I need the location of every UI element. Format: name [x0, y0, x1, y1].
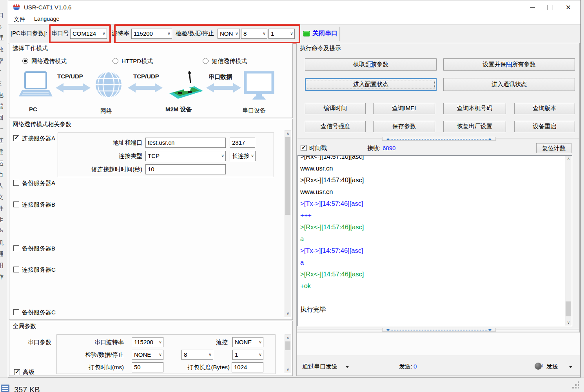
background-text-fragment: 生	[0, 216, 8, 228]
global-params-group: 全局参数 串口参数 串口波特率 115200∨ 流控 NONE∨ 检验/数据/停…	[9, 321, 293, 376]
log-line: www.usr.cn	[300, 162, 572, 174]
background-text-fragment: 端	[0, 103, 8, 114]
get-params-button[interactable]: 获取当前参数	[305, 58, 437, 71]
menu-file[interactable]: 文件	[14, 16, 25, 23]
send-via-serial-dropdown[interactable]: 通过串口发送	[302, 363, 337, 370]
scroll-down-icon[interactable]: ∨	[565, 319, 572, 326]
short-conn-timeout-input[interactable]: 10	[145, 164, 226, 174]
maximize-button[interactable]	[541, 0, 559, 15]
device-restart-button[interactable]: 设备重启	[514, 121, 575, 132]
save-params-button[interactable]: 保存参数	[373, 121, 435, 132]
log-scrollbar[interactable]: ∧ ∨	[565, 156, 572, 326]
scroll-up-icon[interactable]: ∧	[285, 131, 291, 137]
enter-comm-state-button[interactable]: 进入通讯状态	[443, 78, 575, 91]
background-text-fragment: T	[0, 69, 8, 80]
global-pds-label: 检验/数据/停止	[59, 351, 124, 359]
node-network-label: 网络	[100, 107, 112, 115]
network-globe-icon	[96, 72, 122, 98]
scroll-down-icon[interactable]: ∨	[285, 367, 291, 373]
server-b-checkbox[interactable]: ✓	[13, 201, 19, 207]
background-text-fragment: S	[0, 23, 8, 34]
server-a-checkbox[interactable]: ✓	[13, 135, 19, 141]
radio-httpd-mode[interactable]	[112, 58, 118, 64]
backup-server-a-checkbox[interactable]: ✓	[13, 180, 19, 186]
com-port-highlight	[49, 24, 111, 43]
backup-server-b-checkbox[interactable]: ✓	[13, 245, 19, 251]
server-a-label: 连接服务器A	[22, 135, 55, 142]
server-a-box: 地址和端口 test.usr.cn 2317 连接类型 TCP∨ 长连接∨ 短连…	[58, 132, 274, 177]
scrollbar-thumb[interactable]	[285, 137, 290, 215]
scroll-up-icon[interactable]: ∧	[565, 156, 572, 162]
global-parity-select[interactable]: NONE∨	[132, 350, 163, 360]
radio-sms-mode[interactable]	[203, 58, 209, 64]
query-phone-number-button[interactable]: 查询本机号码	[443, 103, 506, 114]
pc-icon	[19, 72, 53, 96]
menu-language[interactable]: Language	[34, 16, 60, 22]
background-text-fragment: 文	[0, 194, 8, 205]
global-baud-label: 串口波特率	[59, 339, 124, 346]
net-params-group: 网络透传模式相关参数 ✓ 连接服务器A 地址和端口 test.usr.cn 23…	[9, 119, 293, 320]
background-file-icon	[1, 385, 9, 392]
background-text-fragment: E	[0, 80, 8, 91]
timestamp-label: 时间戳	[309, 145, 327, 152]
scrollbar-thumb[interactable]	[285, 341, 290, 350]
pack-length-input[interactable]: 1024	[232, 362, 263, 372]
query-version-button[interactable]: 查询版本	[514, 103, 575, 114]
send-textarea[interactable]	[297, 332, 580, 356]
enter-config-state-button[interactable]: 进入配置状态	[305, 78, 437, 91]
server-a-port-input[interactable]: 2317	[230, 138, 255, 148]
background-text-fragment: 件	[0, 205, 8, 216]
close-port-button[interactable]: 关闭串口	[312, 29, 337, 38]
scroll-up-icon[interactable]: ∧	[285, 335, 291, 341]
log-splitter-top[interactable]	[297, 137, 579, 141]
window-title: USR-CAT1 V1.0.6	[24, 4, 71, 11]
backup-server-a-label: 备份服务器A	[22, 180, 55, 187]
set-save-params-button[interactable]: 设置并保存所有参数	[443, 58, 575, 71]
server-a-address-input[interactable]: test.usr.cn	[145, 138, 226, 148]
chevron-down-icon: ∨	[251, 153, 254, 158]
conn-type-select[interactable]: TCP∨	[145, 151, 226, 161]
chevron-down-icon[interactable]	[346, 366, 349, 368]
chevron-down-icon: ∨	[259, 352, 262, 357]
advanced-checkbox[interactable]: ✓	[14, 369, 20, 375]
arrow-icon	[206, 83, 241, 93]
factory-reset-button[interactable]: 恢复出厂设置	[443, 121, 506, 132]
background-text-fragment: 阳	[0, 262, 8, 273]
keep-alive-select[interactable]: 长连接∨	[230, 151, 256, 161]
reset-count-button[interactable]: 复位计数	[536, 143, 571, 153]
global-data-bits-select[interactable]: 8∨	[181, 350, 213, 360]
flow-control-select[interactable]: NONE∨	[232, 337, 263, 347]
background-text-fragment: 回	[0, 114, 8, 125]
log-lines: >[Rx<-][14:57:10][asc]www.usr.cn>[Rx<-][…	[298, 155, 572, 315]
arrow-icon	[128, 83, 163, 93]
node-pc-label: PC	[29, 106, 37, 113]
query-imei-button[interactable]: 查询IMEI	[373, 103, 435, 114]
server-c-checkbox[interactable]: ✓	[13, 267, 19, 272]
toolbar: [PC串口参数]: 串口号 COM124∨ 波特率 115200∨ 检验/数据/…	[8, 24, 580, 44]
net-params-scrollbar[interactable]: ∧ ∨	[285, 130, 291, 317]
global-stop-bits-select[interactable]: 1∨	[232, 350, 263, 360]
log-splitter-bottom[interactable]	[297, 328, 579, 332]
radio-httpd-label: HTTPD模式	[122, 58, 153, 65]
send-button[interactable]: 发送	[546, 363, 558, 370]
resize-grip-icon[interactable]	[569, 381, 579, 390]
global-params-scrollbar[interactable]: ∧ ∨	[285, 334, 291, 373]
log-line	[300, 292, 572, 303]
radio-net-transparent-mode[interactable]	[22, 58, 28, 64]
minimize-button[interactable]	[523, 0, 541, 15]
query-signal-button[interactable]: 查信号强度	[305, 121, 366, 132]
background-text-fragment: 连	[0, 137, 8, 148]
app-window: USR-CAT1 V1.0.6 × 文件 Language [PC串口参数]: …	[8, 0, 581, 377]
scroll-down-icon[interactable]: ∨	[285, 310, 291, 317]
link-serial-data: 串口数据	[209, 73, 232, 81]
pack-time-input[interactable]: 50	[132, 362, 163, 372]
chevron-down-icon[interactable]	[569, 366, 572, 368]
compile-time-button[interactable]: 编译时间	[305, 103, 366, 114]
log-line: >[Tx->][14:57:46][asc]	[300, 198, 572, 209]
scrollbar-thumb[interactable]	[566, 301, 571, 316]
global-baud-select[interactable]: 115200∨	[132, 337, 163, 347]
log-textarea[interactable]: >[Rx<-][14:57:10][asc]www.usr.cn>[Rx<-][…	[297, 155, 572, 326]
backup-server-c-checkbox[interactable]: ✓	[13, 309, 19, 315]
timestamp-checkbox[interactable]: ✓	[301, 145, 307, 151]
close-button[interactable]: ×	[559, 0, 577, 15]
